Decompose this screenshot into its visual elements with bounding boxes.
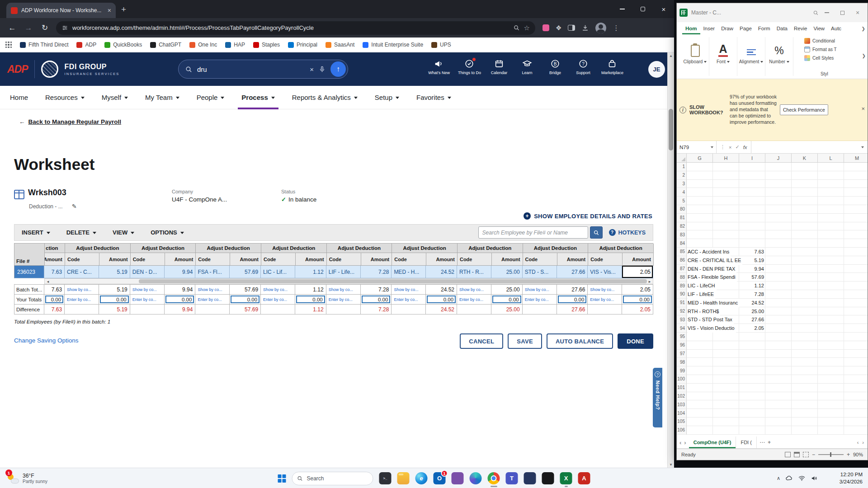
grid-cell[interactable] — [818, 290, 844, 299]
grid-cell[interactable] — [818, 180, 844, 188]
chevron-right-icon[interactable]: ❯ — [862, 53, 866, 58]
row-header-4[interactable]: 4 — [677, 188, 687, 197]
excel-grid[interactable]: 12345808182838485ACC - Accident Ins7.638… — [677, 163, 868, 436]
grid-cell[interactable] — [818, 418, 844, 426]
reload-icon[interactable]: ↻ — [37, 20, 52, 36]
browser-tab[interactable]: ADP Workforce Now - Workshe... × — [6, 3, 116, 18]
zoom-level[interactable]: 90% — [853, 452, 863, 457]
auto-balance-button[interactable]: AUTO BALANCE — [547, 333, 613, 349]
grid-cell[interactable] — [792, 333, 818, 341]
view-menu-button[interactable]: VIEW — [113, 229, 134, 236]
grid-cell[interactable] — [687, 333, 713, 341]
row-header-83[interactable]: 83 — [677, 230, 687, 239]
grid-cell[interactable] — [739, 418, 765, 426]
grid-cell[interactable] — [765, 282, 792, 290]
enter-by-code-link[interactable]: Enter by co... — [130, 295, 165, 305]
your-total-amount-input[interactable]: 0.00 — [492, 296, 521, 303]
cloud-icon[interactable] — [785, 474, 793, 482]
edge-icon[interactable] — [415, 472, 428, 484]
grid-cell[interactable] — [792, 299, 818, 307]
grid-cell[interactable] — [818, 273, 844, 282]
grid-cell[interactable] — [818, 222, 844, 231]
wifi-icon[interactable] — [798, 474, 806, 482]
grid-cell[interactable] — [713, 197, 739, 205]
grid-cell[interactable] — [713, 400, 739, 409]
add-sheet-icon[interactable]: + — [768, 439, 771, 446]
grid-cell[interactable] — [687, 163, 713, 171]
employee-code-cell[interactable]: VIS - Vis... — [588, 266, 622, 278]
grid-cell[interactable] — [844, 375, 868, 384]
delete-menu-button[interactable]: DELETE — [66, 229, 96, 236]
bookmark-ups[interactable]: UPS — [431, 42, 451, 48]
row-header-86[interactable]: 86 — [677, 256, 687, 265]
grid-cell[interactable] — [844, 366, 868, 375]
row-header-98[interactable]: 98 — [677, 358, 687, 366]
ribbon-tab-inser[interactable]: Inser — [700, 26, 718, 34]
grid-cell[interactable] — [765, 375, 792, 384]
grid-cell[interactable] — [687, 418, 713, 426]
bookmark-staples[interactable]: Staples — [253, 42, 280, 48]
row-header-103[interactable]: 103 — [677, 400, 687, 409]
grid-cell[interactable] — [687, 426, 713, 435]
grid-cell[interactable] — [844, 350, 868, 358]
search-submit-button[interactable]: ↑ — [330, 61, 346, 77]
employee-amount-cell[interactable]: 57.69 — [230, 266, 261, 278]
grid-cell[interactable] — [739, 341, 765, 350]
employee-code-cell[interactable]: FSA - Fl... — [195, 266, 230, 278]
grid-cell[interactable] — [792, 409, 818, 418]
grid-cell[interactable] — [818, 350, 844, 358]
grid-cell[interactable] — [765, 384, 792, 392]
selected-cell[interactable]: 2.05 — [622, 266, 653, 278]
grid-cell[interactable] — [844, 239, 868, 248]
app-icon-purple[interactable] — [452, 472, 464, 484]
nav-item-favorites[interactable]: Favorites — [416, 86, 451, 109]
grid-cell[interactable] — [713, 205, 739, 214]
header-item-what-s-new[interactable]: What's New — [428, 59, 450, 75]
grid-cell[interactable] — [765, 188, 792, 197]
row-header-91[interactable]: 91 — [677, 299, 687, 307]
show-by-code-link[interactable]: Show by co... — [392, 285, 426, 295]
grid-cell[interactable] — [765, 230, 792, 239]
grid-cell[interactable] — [818, 324, 844, 333]
employee-code-cell[interactable]: LIF - Life... — [326, 266, 361, 278]
grid-cell[interactable] — [844, 392, 868, 401]
grid-cell[interactable] — [818, 409, 844, 418]
grid-cell[interactable] — [844, 384, 868, 392]
grid-cell[interactable] — [818, 358, 844, 366]
scroll-down-arrow[interactable]: ▾ — [668, 462, 674, 467]
grid-cell[interactable] — [844, 205, 868, 214]
employee-amount-cell[interactable]: 27.66 — [557, 266, 588, 278]
grid-cell[interactable] — [818, 214, 844, 222]
back-icon[interactable]: ← — [5, 20, 20, 36]
bookmark-chatgpt[interactable]: ChatGPT — [150, 42, 181, 48]
column-header-I[interactable]: I — [739, 154, 765, 162]
employee-code-cell[interactable]: CRE - C... — [65, 266, 99, 278]
chevron-down-icon[interactable] — [861, 146, 864, 148]
back-to-payroll-link[interactable]: ← Back to Manage Regular Payroll — [19, 118, 121, 125]
grid-cell[interactable] — [844, 248, 868, 256]
menu-dots-icon[interactable]: ⋮ — [613, 24, 619, 32]
chevron-right-icon[interactable]: ❯ — [862, 26, 865, 31]
volume-icon[interactable] — [811, 474, 818, 482]
grid-cell[interactable] — [687, 384, 713, 392]
employee-code-cell[interactable]: RTH - R... — [457, 266, 491, 278]
grid-cell[interactable] — [739, 392, 765, 401]
header-item-marketplace[interactable]: Marketplace — [601, 59, 623, 75]
grid-cell[interactable] — [713, 239, 739, 248]
row-header-94[interactable]: 94 — [677, 324, 687, 333]
grid-cell[interactable] — [818, 256, 844, 265]
your-total-amount-input[interactable]: 0.00 — [165, 296, 194, 303]
employee-amount-cell[interactable]: 7.63 — [44, 266, 65, 278]
grid-cell[interactable] — [792, 366, 818, 375]
grid-cell[interactable] — [818, 341, 844, 350]
grid-cell[interactable] — [792, 214, 818, 222]
tab-close-icon[interactable]: × — [108, 7, 111, 14]
grid-cell[interactable] — [687, 392, 713, 401]
enter-by-code-link[interactable]: Enter by co... — [326, 295, 361, 305]
chrome-icon[interactable] — [488, 472, 500, 484]
grid-cell[interactable] — [844, 230, 868, 239]
bookmark-fifth-third-direct[interactable]: Fifth Third Direct — [20, 42, 68, 48]
grid-cell[interactable] — [713, 409, 739, 418]
edit-pencil-icon[interactable]: ✎ — [72, 203, 77, 210]
bookmark-adp[interactable]: ADP — [76, 42, 96, 48]
